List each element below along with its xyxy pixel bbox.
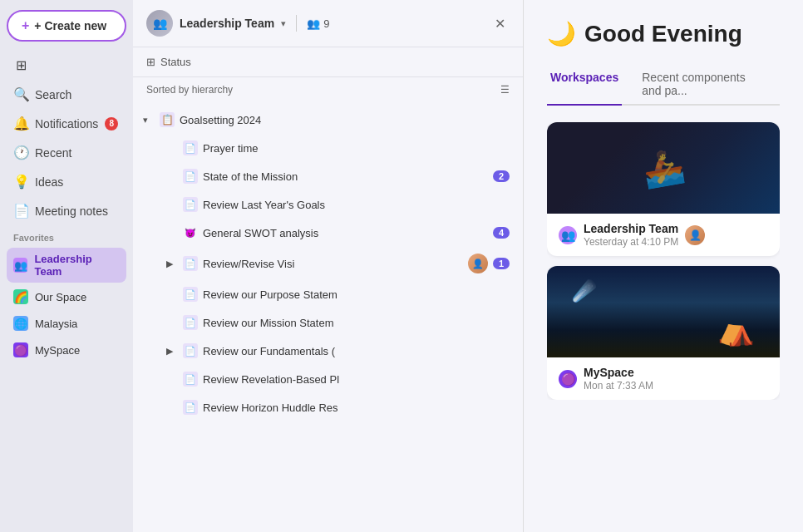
status-grid-icon: ⊞ (146, 56, 155, 68)
horizon-page-icon: 📄 (183, 400, 198, 415)
card-leadership-image (547, 122, 780, 214)
mission-badge: 2 (493, 170, 510, 182)
fundamentals-label: Review our Fundamentals ( (203, 345, 510, 357)
swot-page-icon: 😈 (183, 225, 198, 240)
revise-label: Review/Revise Visi (203, 258, 463, 270)
panel-header: 👥 Leadership Team ▾ 👥 9 ✕ (133, 0, 523, 47)
sidebar: + + Create new ⊞ 🔍 Search 🔔 Notification… (0, 0, 133, 532)
home-icon: ⊞ (13, 57, 28, 73)
sidebar-item-ideas[interactable]: 💡 Ideas (7, 168, 126, 195)
list-item-review-revelation[interactable]: 📄 Review Revelation-Based Pl (133, 365, 523, 393)
mission-page-icon: 📄 (183, 169, 198, 184)
sidebar-item-meeting-notes[interactable]: 📄 Meeting notes (7, 197, 126, 224)
ideas-label: Ideas (35, 175, 63, 189)
filter-icon[interactable]: ☰ (500, 84, 510, 96)
workspace-cards: 👥 Leadership Team Yesterday at 4:10 PM 👤… (547, 122, 780, 400)
list-item-review-last-year[interactable]: 📄 Review Last Year's Goals (133, 190, 523, 219)
panel: 👥 Leadership Team ▾ 👥 9 ✕ ⊞ Status Sorte… (133, 0, 524, 532)
doc-icon: 📄 (13, 203, 28, 219)
list-item-review-fundamentals[interactable]: ▶ 📄 Review our Fundamentals ( (133, 337, 523, 365)
main-content: 🌙 Good Evening Workspaces Recent compone… (524, 0, 803, 532)
card-leadership-avatar: 👤 (685, 225, 705, 245)
card-myspace-time: Mon at 7:33 AM (584, 380, 653, 392)
panel-title: Leadership Team (180, 17, 274, 30)
tab-workspaces[interactable]: Workspaces (547, 64, 622, 106)
members-icon: 👥 (307, 17, 320, 30)
clock-icon: 🕐 (13, 145, 28, 160)
chevron-down-icon[interactable]: ▾ (281, 18, 286, 29)
list-item-swot[interactable]: 😈 General SWOT analysis 4 (133, 219, 523, 247)
revise-page-icon: 📄 (183, 256, 198, 271)
moon-icon: 🌙 (547, 20, 576, 47)
fav-item-ourspace[interactable]: 🌈 Our Space (7, 284, 126, 309)
list-item-goalsetting[interactable]: ▾ 📋 Goalsetting 2024 ··· (133, 106, 523, 134)
review-last-label: Review Last Year's Goals (203, 199, 510, 211)
card-leadership-meta: Leadership Team Yesterday at 4:10 PM (584, 222, 678, 248)
card-leadership-name: Leadership Team (584, 222, 678, 235)
greeting-text: Good Evening (584, 21, 742, 47)
fundamentals-page-icon: 📄 (183, 343, 198, 358)
create-new-button[interactable]: + + Create new (7, 10, 126, 42)
card-myspace-name: MySpace (584, 366, 653, 379)
fav-leadership-label: Leadership Team (34, 253, 120, 278)
sidebar-item-notifications[interactable]: 🔔 Notifications 8 (7, 110, 126, 137)
expand-arrow-fund-icon[interactable]: ▶ (166, 346, 178, 357)
panel-members: 👥 9 (307, 17, 329, 30)
goalsetting-label: Goalsetting 2024 (180, 114, 494, 126)
horizon-label: Review Horizon Huddle Res (203, 401, 510, 414)
expand-arrow-icon: ▾ (143, 115, 155, 126)
sidebar-item-recent[interactable]: 🕐 Recent (7, 139, 126, 166)
notification-badge: 8 (105, 117, 118, 131)
card-leadership-time: Yesterday at 4:10 PM (584, 236, 678, 248)
purpose-label: Review our Purpose Statem (203, 288, 510, 301)
swot-label: General SWOT analysis (203, 227, 488, 239)
swot-badge: 4 (493, 227, 510, 239)
panel-sort-bar: Sorted by hierarchy ☰ (133, 77, 523, 102)
fav-item-leadership[interactable]: 👥 Leadership Team (7, 248, 126, 283)
ourspace-icon: 🌈 (13, 289, 28, 304)
status-label: Status (160, 56, 191, 68)
card-leadership-icon: 👥 (559, 226, 577, 244)
malaysia-icon: 🌐 (13, 316, 28, 331)
list-item-review-purpose[interactable]: 📄 Review our Purpose Statem (133, 280, 523, 308)
plus-icon: + (22, 18, 29, 33)
panel-avatar: 👥 (146, 10, 173, 37)
prayer-page-icon: 📄 (183, 140, 198, 155)
tabs-bar: Workspaces Recent components and pa... (547, 64, 780, 106)
mission2-label: Review our Mission Statem (203, 317, 510, 329)
card-leadership[interactable]: 👥 Leadership Team Yesterday at 4:10 PM 👤 (547, 122, 780, 256)
sidebar-item-search[interactable]: 🔍 Search (7, 81, 126, 108)
list-item-review-horizon[interactable]: 📄 Review Horizon Huddle Res (133, 393, 523, 421)
panel-status-row[interactable]: ⊞ Status (133, 47, 523, 77)
mission2-page-icon: 📄 (183, 315, 198, 330)
card-myspace-footer: 🟣 MySpace Mon at 7:33 AM (547, 357, 780, 400)
search-label: Search (35, 88, 71, 101)
fav-item-myspace[interactable]: 🟣 MySpace (7, 337, 126, 362)
card-myspace-image (547, 266, 780, 357)
card-leadership-footer: 👥 Leadership Team Yesterday at 4:10 PM 👤 (547, 214, 780, 256)
list-item-state-mission[interactable]: 📄 State of the Mission 2 (133, 162, 523, 190)
sort-label: Sorted by hierarchy (146, 84, 233, 96)
leadership-icon: 👥 (13, 258, 27, 273)
expand-arrow-revise-icon[interactable]: ▶ (166, 259, 178, 269)
notifications-label: Notifications (35, 117, 98, 131)
card-myspace[interactable]: 🟣 MySpace Mon at 7:33 AM (547, 266, 780, 400)
list-item-review-revise[interactable]: ▶ 📄 Review/Revise Visi 👤 1 (133, 247, 523, 280)
myspace-icon: 🟣 (13, 342, 28, 357)
revelation-page-icon: 📄 (183, 372, 198, 387)
tab-recent[interactable]: Recent components and pa... (638, 64, 763, 106)
panel-close-button[interactable]: ✕ (490, 13, 510, 33)
list-item-review-mission[interactable]: 📄 Review our Mission Statem (133, 308, 523, 337)
recent-label: Recent (35, 146, 71, 160)
revise-avatar: 👤 (468, 254, 488, 273)
card-myspace-meta: MySpace Mon at 7:33 AM (584, 366, 653, 392)
bulb-icon: 💡 (13, 174, 28, 190)
fav-myspace-label: MySpace (35, 344, 80, 357)
goalsetting-page-icon: 📋 (160, 112, 175, 127)
panel-divider (296, 15, 297, 32)
list-item-prayer-time[interactable]: 📄 Prayer time (133, 134, 523, 162)
meeting-notes-label: Meeting notes (35, 204, 108, 218)
review-last-page-icon: 📄 (183, 197, 198, 212)
fav-item-malaysia[interactable]: 🌐 Malaysia (7, 311, 126, 336)
sidebar-item-home[interactable]: ⊞ (7, 52, 126, 79)
